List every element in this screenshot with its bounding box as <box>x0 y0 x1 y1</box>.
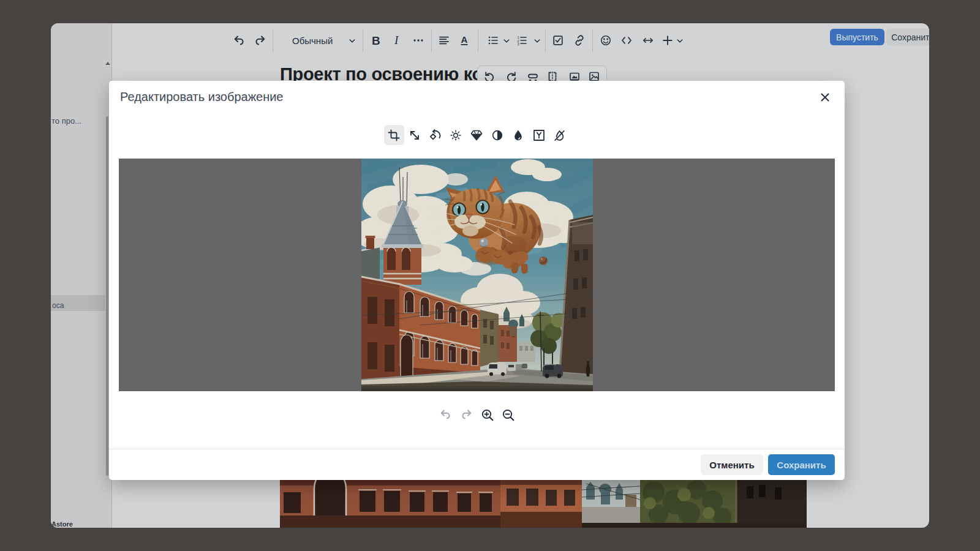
svg-text:3: 3 <box>517 42 519 46</box>
svg-text:A: A <box>461 34 468 45</box>
